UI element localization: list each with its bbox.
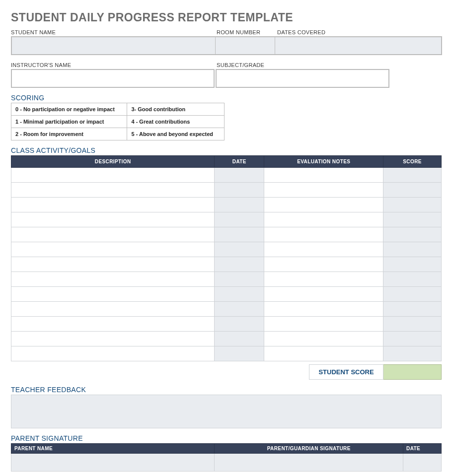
activity-header-date: DATE (215, 156, 264, 168)
activity-score-cell[interactable] (383, 332, 442, 346)
activity-description-cell[interactable] (11, 257, 215, 272)
parent-table: PARENT NAME PARENT/GUARDIAN SIGNATURE DA… (11, 443, 442, 472)
row-instructor-info (11, 69, 442, 88)
page-title: STUDENT DAILY PROGRESS REPORT TEMPLATE (11, 11, 442, 24)
label-subject-grade: SUBJECT/GRADE (217, 62, 331, 68)
parent-name-field[interactable] (11, 454, 215, 472)
activity-notes-cell[interactable] (264, 317, 383, 332)
activity-score-cell[interactable] (383, 198, 442, 212)
parent-signature-field[interactable] (215, 454, 403, 472)
student-score-row: STUDENT SCORE (11, 364, 442, 380)
activity-description-cell[interactable] (11, 346, 215, 361)
activity-date-cell[interactable] (215, 168, 264, 183)
room-number-field[interactable] (216, 37, 275, 54)
heading-activity: CLASS ACTIVITY/GOALS (11, 146, 442, 154)
dates-covered-field[interactable] (275, 37, 389, 54)
activity-notes-cell[interactable] (264, 198, 383, 212)
activity-date-cell[interactable] (215, 242, 264, 257)
scoring-cell: 1 - Minimal participation or impact (11, 116, 127, 128)
label-room-number: ROOM NUMBER (217, 29, 277, 35)
activity-score-cell[interactable] (383, 183, 442, 198)
table-row (11, 198, 442, 212)
scoring-cell: 3- Good contribution (127, 103, 225, 116)
scoring-cell: 4 - Great contributions (127, 116, 225, 128)
activity-score-cell[interactable] (383, 272, 442, 287)
table-row (11, 272, 442, 287)
table-row (11, 257, 442, 272)
activity-score-cell[interactable] (383, 212, 442, 227)
parent-date-field[interactable] (403, 454, 442, 472)
table-row (11, 332, 442, 346)
activity-date-cell[interactable] (215, 287, 264, 302)
scoring-legend-table: 0 - No participation or negative impact … (11, 103, 225, 140)
activity-date-cell[interactable] (215, 257, 264, 272)
activity-notes-cell[interactable] (264, 346, 383, 361)
activity-date-cell[interactable] (215, 272, 264, 287)
activity-notes-cell[interactable] (264, 287, 383, 302)
activity-description-cell[interactable] (11, 183, 215, 198)
activity-score-cell[interactable] (383, 287, 442, 302)
activity-score-cell[interactable] (383, 302, 442, 317)
activity-description-cell[interactable] (11, 287, 215, 302)
activity-header-notes: EVALUATION NOTES (264, 156, 383, 168)
table-row (11, 346, 442, 361)
row-student-info (11, 36, 442, 55)
activity-header-description: DESCRIPTION (11, 156, 215, 168)
activity-notes-cell[interactable] (264, 242, 383, 257)
activity-notes-cell[interactable] (264, 272, 383, 287)
table-row (11, 287, 442, 302)
parent-header-name: PARENT NAME (11, 444, 215, 454)
label-student-name: STUDENT NAME (11, 29, 217, 35)
student-score-label: STUDENT SCORE (309, 364, 383, 380)
activity-date-cell[interactable] (215, 302, 264, 317)
activity-score-cell[interactable] (383, 227, 442, 242)
activity-date-cell[interactable] (215, 332, 264, 346)
heading-feedback: TEACHER FEEDBACK (11, 386, 442, 394)
heading-scoring: SCORING (11, 94, 442, 102)
activity-date-cell[interactable] (215, 183, 264, 198)
subject-grade-field[interactable] (216, 69, 389, 88)
activity-notes-cell[interactable] (264, 302, 383, 317)
activity-notes-cell[interactable] (264, 168, 383, 183)
table-row (11, 212, 442, 227)
activity-notes-cell[interactable] (264, 212, 383, 227)
activity-date-cell[interactable] (215, 346, 264, 361)
activity-description-cell[interactable] (11, 242, 215, 257)
activity-score-cell[interactable] (383, 346, 442, 361)
table-row (11, 183, 442, 198)
instructor-name-field[interactable] (11, 69, 215, 88)
activity-score-cell[interactable] (383, 242, 442, 257)
table-row (11, 317, 442, 332)
activity-table: DESCRIPTION DATE EVALUATION NOTES SCORE (11, 155, 442, 361)
activity-description-cell[interactable] (11, 227, 215, 242)
activity-description-cell[interactable] (11, 212, 215, 227)
activity-notes-cell[interactable] (264, 183, 383, 198)
activity-description-cell[interactable] (11, 332, 215, 346)
heading-parent-signature: PARENT SIGNATURE (11, 434, 442, 442)
activity-score-cell[interactable] (383, 257, 442, 272)
activity-notes-cell[interactable] (264, 257, 383, 272)
activity-date-cell[interactable] (215, 227, 264, 242)
activity-score-cell[interactable] (383, 317, 442, 332)
activity-date-cell[interactable] (215, 212, 264, 227)
activity-description-cell[interactable] (11, 168, 215, 183)
activity-notes-cell[interactable] (264, 332, 383, 346)
activity-description-cell[interactable] (11, 302, 215, 317)
activity-header-score: SCORE (383, 156, 442, 168)
activity-date-cell[interactable] (215, 198, 264, 212)
scoring-cell: 0 - No participation or negative impact (11, 103, 127, 116)
student-score-value (383, 364, 442, 380)
activity-notes-cell[interactable] (264, 227, 383, 242)
scoring-cell: 5 - Above and beyond expected (127, 128, 225, 140)
teacher-feedback-field[interactable] (11, 395, 442, 428)
table-row (11, 302, 442, 317)
scoring-cell: 2 - Room for improvement (11, 128, 127, 140)
table-row (11, 227, 442, 242)
table-row (11, 242, 442, 257)
activity-score-cell[interactable] (383, 168, 442, 183)
activity-description-cell[interactable] (11, 272, 215, 287)
activity-description-cell[interactable] (11, 317, 215, 332)
activity-description-cell[interactable] (11, 198, 215, 212)
student-name-field[interactable] (12, 37, 216, 54)
activity-date-cell[interactable] (215, 317, 264, 332)
